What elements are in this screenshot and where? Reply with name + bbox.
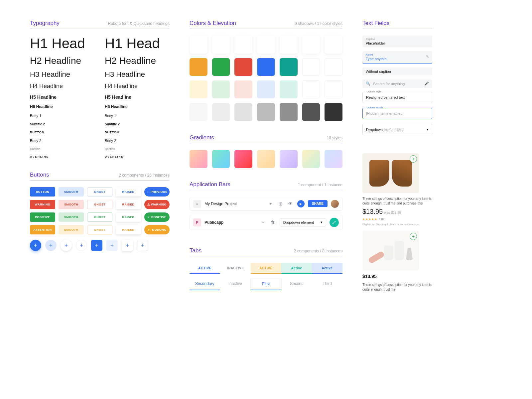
avatar[interactable] <box>331 200 339 208</box>
share-button[interactable]: SHARE <box>308 200 328 207</box>
dodong-pill-button[interactable]: 🔔 DODONG <box>144 225 170 234</box>
mic-icon[interactable]: 🎤 <box>424 81 429 86</box>
tab-active[interactable]: ACTIVE <box>251 263 281 274</box>
field-value: Placeholder <box>366 41 385 45</box>
primary-button[interactable]: BUTTON <box>30 187 55 197</box>
previous-button[interactable]: ← PREVIOUS <box>144 187 170 197</box>
elevation-swatch <box>325 36 342 54</box>
smooth-button[interactable]: SMOOTH <box>59 200 84 209</box>
tab-secondary[interactable]: Secondary <box>190 278 220 290</box>
chevron-down-icon: ▾ <box>321 220 323 224</box>
color-swatch <box>302 80 320 98</box>
ghost-button[interactable]: GHOST <box>87 225 112 234</box>
section-subtitle: Roboto font & Quicksand headings <box>108 21 170 26</box>
subtitle2-sample: Subtitle 2 <box>30 122 95 126</box>
menu-icon[interactable]: ≡ <box>193 200 201 208</box>
clear-icon[interactable]: ✎ <box>426 55 429 59</box>
color-swatch <box>302 58 320 76</box>
tab-active[interactable]: ACTIVE <box>190 263 220 274</box>
outlined-field[interactable]: Outline style Realigned centered text <box>362 92 432 103</box>
fab-add-square[interactable]: + <box>106 240 118 251</box>
gradient-swatch <box>212 150 230 168</box>
field-value: Realigned centered text <box>366 95 405 99</box>
tab-third[interactable]: Third <box>312 278 342 290</box>
gradients-section: Gradients 10 styles <box>190 134 342 168</box>
tab-second[interactable]: Second <box>282 278 312 290</box>
section-title: Buttons <box>30 172 49 178</box>
appbar-publicapp: P Publicapp + 🗑 Dropdown element▾ <box>190 215 342 230</box>
tab-inactive[interactable]: INACTIVE <box>220 263 251 274</box>
h5-sample: H5 Headline <box>105 94 170 100</box>
raised-button[interactable]: RAISED <box>116 225 141 234</box>
dropdown-field[interactable]: Dropdown icon enabled ▾ <box>362 124 432 135</box>
tab-active[interactable]: Active <box>312 263 342 274</box>
search-field[interactable]: 🔍 Search for anything 🎤 <box>362 79 432 88</box>
section-subtitle: 9 shadows / 17 color styles <box>295 21 342 26</box>
edit-fab[interactable] <box>330 218 339 227</box>
color-swatch <box>234 103 252 121</box>
field-value: |Hidden items enabled <box>366 111 402 115</box>
product-description: Three strings of description for your an… <box>362 197 432 206</box>
section-subtitle: 2 components / 8 instances <box>294 249 342 253</box>
color-swatch <box>302 103 320 121</box>
ghost-button[interactable]: GHOST <box>87 187 112 197</box>
tab-first[interactable]: First <box>250 278 282 290</box>
compass-icon[interactable]: ◎ <box>277 200 284 207</box>
fab-add-square[interactable]: + <box>91 240 102 251</box>
color-swatch <box>212 103 230 121</box>
fab-add[interactable]: + <box>45 240 57 251</box>
add-button[interactable]: + <box>410 233 417 240</box>
text-field-no-caption[interactable]: Without caption <box>362 67 432 75</box>
smooth-button[interactable]: SMOOTH <box>59 225 84 234</box>
eye-icon[interactable]: 👁 <box>287 200 294 207</box>
caption-sample: Caption <box>30 147 95 151</box>
raised-button[interactable]: RAISED <box>116 212 141 222</box>
add-button[interactable]: + <box>410 155 417 163</box>
gradient-swatch <box>234 150 252 168</box>
text-field-active[interactable]: Active Type anythin| ✎ <box>362 51 432 64</box>
raised-button[interactable]: RAISED <box>116 200 141 209</box>
section-subtitle: 1 component / 1 instance <box>298 183 342 187</box>
dropdown[interactable]: Dropdown element▾ <box>280 218 326 226</box>
fab-add[interactable]: + <box>61 240 72 251</box>
button-text-sample: BUTTON <box>105 131 170 134</box>
ghost-button[interactable]: GHOST <box>87 212 112 222</box>
play-icon[interactable]: ▶ <box>297 200 305 207</box>
smooth-button[interactable]: SMOOTH <box>59 212 84 222</box>
raised-button[interactable]: RAISED <box>116 187 141 197</box>
gradient-swatch <box>190 150 207 168</box>
text-field[interactable]: Caption Placeholder <box>362 36 432 47</box>
attention-button[interactable]: ATTENTION <box>30 225 55 234</box>
color-swatch <box>234 58 252 76</box>
fab-add[interactable]: + <box>30 240 41 251</box>
elevation-swatch <box>302 36 320 54</box>
color-swatch <box>325 103 342 121</box>
smooth-button[interactable]: SMOOTH <box>59 187 84 197</box>
fab-add[interactable]: + <box>76 240 87 251</box>
plus-icon[interactable]: + <box>260 219 266 226</box>
fab-add-square[interactable]: + <box>137 240 148 251</box>
elevation-swatch <box>212 36 230 54</box>
tab-inactive[interactable]: Inactive <box>220 278 251 290</box>
warning-pill-button[interactable]: ⚠ WARNING <box>144 200 170 209</box>
color-swatch <box>325 58 342 76</box>
field-value: Dropdown icon enabled <box>366 128 405 132</box>
color-swatch <box>212 80 230 98</box>
warning-button[interactable]: WARNING <box>30 200 55 209</box>
section-title: Tabs <box>190 247 201 254</box>
color-swatch <box>325 80 342 98</box>
colors-section: Colors & Elevation 9 shadows / 17 color … <box>190 20 342 121</box>
star-rating-icon: ★★★★★ <box>362 217 377 221</box>
ghost-button[interactable]: GHOST <box>87 200 112 209</box>
appbar-title: Publicapp <box>204 220 223 225</box>
h2-sample: H2 Headline <box>30 56 95 66</box>
plus-icon[interactable]: + <box>267 200 274 207</box>
positive-pill-button[interactable]: ✓ POSITIVE <box>144 212 170 222</box>
positive-button[interactable]: POSITIVE <box>30 212 55 222</box>
body2-sample: Body 2 <box>105 139 170 143</box>
trash-icon[interactable]: 🗑 <box>270 219 276 226</box>
tab-active[interactable]: Active <box>281 263 312 274</box>
outlined-field-active[interactable]: Outline active |Hidden items enabled <box>362 108 432 119</box>
elevation-swatch <box>190 36 207 54</box>
fab-add-square[interactable]: + <box>122 240 133 251</box>
